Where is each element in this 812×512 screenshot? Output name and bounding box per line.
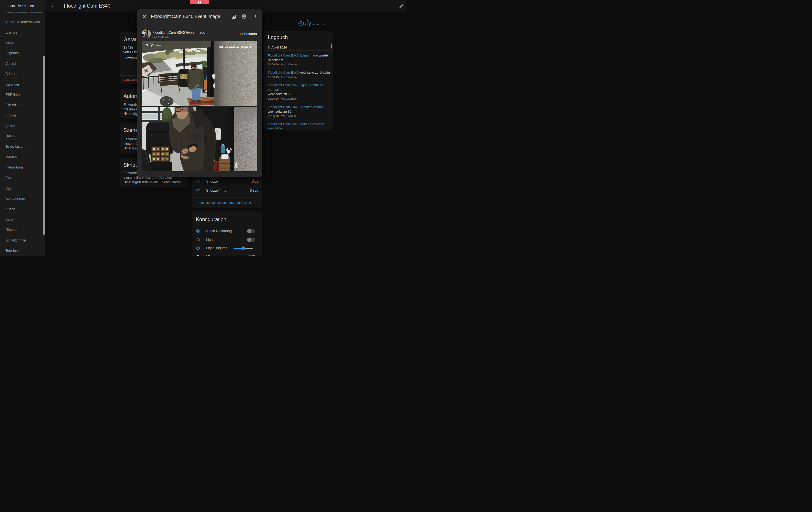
svg-text:Apr 03 2024 10:28:11 AM: Apr 03 2024 10:28:11 AM <box>219 45 252 49</box>
svg-text:SECURITY: SECURITY <box>153 45 161 46</box>
svg-text:eufy: eufy <box>145 42 153 47</box>
svg-text:SECURITY: SECURITY <box>313 23 325 25</box>
